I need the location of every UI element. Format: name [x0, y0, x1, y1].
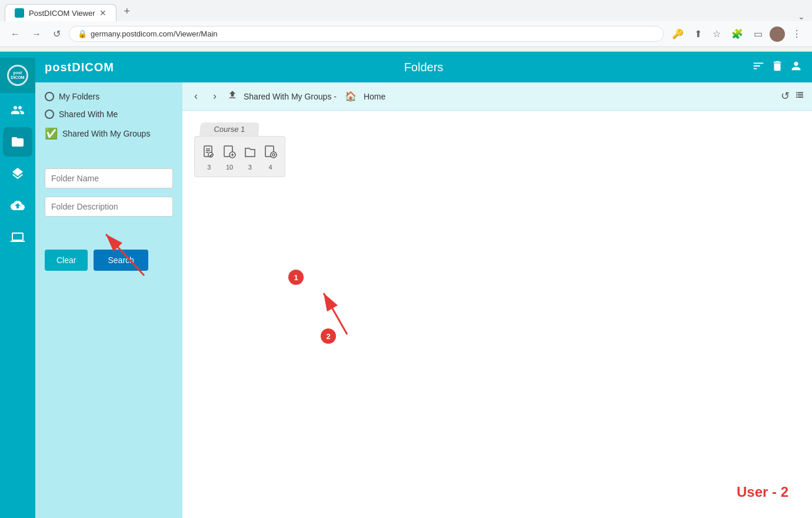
folder-body: ✓ 3 10 [194, 136, 285, 177]
sidebar-item-upload[interactable] [3, 191, 32, 220]
breadcrumb-back-button[interactable]: ‹ [189, 88, 202, 105]
main-area: postDICOM Folders My Fol [35, 52, 812, 518]
share-icon[interactable]: ⬆ [691, 26, 705, 42]
annotation-2: 2 [321, 328, 336, 344]
folder-name: Course 1 [214, 125, 245, 134]
star-icon[interactable]: ☆ [709, 26, 724, 42]
option-shared-groups-label: Shared With My Groups [62, 129, 150, 138]
folder-icons-row: ✓ 3 10 [201, 145, 279, 171]
option-shared-with-me[interactable]: Shared With Me [45, 109, 173, 119]
option-my-folders[interactable]: My Folders [45, 92, 173, 101]
content-area: Course 1 ✓ 3 [182, 111, 812, 518]
header-actions [752, 59, 803, 75]
svg-point-9 [271, 152, 277, 158]
nav-refresh-button[interactable]: ↺ [49, 26, 64, 42]
sidebar-item-folder[interactable] [3, 127, 32, 157]
extensions-icon[interactable]: 🧩 [728, 26, 747, 42]
annotation-badge-1: 1 [288, 270, 304, 285]
address-bar[interactable]: 🔒 germany.postdicom.com/Viewer/Main [69, 26, 664, 42]
settings-count: 4 [269, 164, 272, 171]
new-tab-button[interactable]: + [117, 2, 137, 21]
svg-text:✓: ✓ [209, 154, 212, 157]
check-icon: ✅ [45, 127, 58, 140]
folder-card[interactable]: Course 1 ✓ 3 [194, 122, 285, 177]
subfolder-icon [243, 145, 257, 162]
profile-avatar[interactable] [770, 26, 785, 42]
header-title: Folders [404, 61, 444, 74]
breadcrumb-list-button[interactable] [794, 89, 805, 103]
tab-close-button[interactable]: ✕ [99, 8, 107, 18]
folder-description-input[interactable] [45, 197, 173, 217]
breadcrumb-forward-button[interactable]: › [208, 88, 221, 105]
logo-circle: postDICOM [7, 65, 28, 86]
browser-tabs: PostDICOM Viewer ✕ + ⌄ [0, 0, 812, 21]
buttons-row: Clear Search [45, 250, 173, 271]
sidebar-item-users[interactable] [3, 95, 32, 125]
browser-chrome: PostDICOM Viewer ✕ + ⌄ ← → ↺ 🔒 germany.p… [0, 0, 812, 52]
breadcrumb-home-icon: 🏠 [345, 91, 357, 102]
radio-my-folders[interactable] [45, 92, 54, 101]
browser-action-icons: 🔑 ⬆ ☆ 🧩 ▭ ⋮ [668, 26, 805, 42]
folder-icon-settings: 4 [264, 145, 278, 171]
address-text: germany.postdicom.com/Viewer/Main [91, 29, 218, 38]
logo-area: postDICOM [0, 58, 35, 93]
browser-nav: ← → ↺ 🔒 germany.postdicom.com/Viewer/Mai… [0, 21, 812, 47]
document-count: 3 [207, 164, 211, 171]
folder-icon-document: ✓ 3 [202, 145, 216, 171]
icon-sidebar: postDICOM [0, 52, 35, 518]
sidebar-item-monitor[interactable] [3, 223, 32, 252]
option-shared-with-groups[interactable]: ✅ Shared With My Groups [45, 127, 173, 140]
settings-icon [264, 145, 278, 162]
sidebar-item-layers[interactable] [3, 159, 32, 188]
key-icon[interactable]: 🔑 [668, 26, 687, 42]
tab-favicon [15, 8, 24, 18]
clear-button[interactable]: Clear [45, 250, 88, 271]
middle-row: My Folders Shared With Me ✅ Shared With … [35, 82, 812, 518]
logo-text: postDICOM [45, 61, 114, 74]
active-tab[interactable]: PostDICOM Viewer ✕ [5, 4, 117, 21]
user-label: User - 2 [737, 484, 788, 500]
option-my-folders-label: My Folders [59, 92, 99, 101]
folder-icon-subfolder: 3 [243, 145, 257, 171]
content-panel: ‹ › Shared With My Groups - 🏠 Home ↺ [182, 82, 812, 518]
search-button[interactable]: Search [94, 250, 148, 271]
app: postDICOM postDICOM Folders [0, 52, 812, 518]
sort-icon[interactable] [752, 59, 765, 75]
tab-title: PostDICOM Viewer [29, 9, 95, 18]
report-count: 10 [226, 164, 233, 171]
subfolder-count: 3 [248, 164, 252, 171]
breadcrumb-upload-icon [227, 89, 238, 103]
breadcrumb-path-text: Shared With My Groups - [244, 92, 337, 101]
nav-back-button[interactable]: ← [7, 26, 24, 42]
annotation-badge-2: 2 [321, 328, 336, 344]
delete-icon[interactable] [771, 59, 784, 75]
annotation-1: 1 [288, 270, 304, 285]
sidebar-toggle-icon[interactable]: ▭ [750, 26, 766, 42]
radio-shared-with-me[interactable] [45, 109, 54, 119]
document-icon: ✓ [202, 145, 216, 162]
user-icon[interactable] [790, 59, 803, 75]
nav-forward-button[interactable]: → [28, 26, 45, 42]
breadcrumb-action-buttons: ↺ [781, 89, 805, 103]
report-icon [222, 145, 237, 162]
option-shared-with-me-label: Shared With Me [59, 109, 118, 119]
breadcrumb: ‹ › Shared With My Groups - 🏠 Home ↺ [182, 82, 812, 111]
more-options-icon[interactable]: ⋮ [788, 26, 805, 42]
top-header: postDICOM Folders [35, 52, 812, 82]
left-panel: My Folders Shared With Me ✅ Shared With … [35, 82, 182, 518]
breadcrumb-home-label: Home [364, 92, 385, 101]
folder-name-input[interactable] [45, 168, 173, 188]
folder-tab: Course 1 [199, 122, 259, 136]
breadcrumb-refresh-button[interactable]: ↺ [781, 89, 790, 103]
folder-icon-report: 10 [222, 145, 237, 171]
